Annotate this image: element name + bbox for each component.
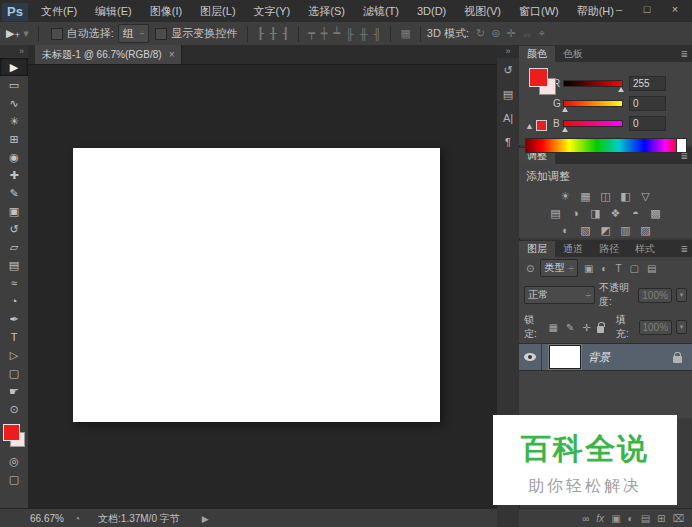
close-button[interactable]: ×	[662, 2, 688, 17]
distribute-bottom-icon[interactable]: ╢	[371, 28, 385, 40]
auto-select-checkbox[interactable]	[51, 28, 63, 40]
paragraph-panel-icon[interactable]: ¶	[497, 130, 519, 154]
lasso-tool[interactable]: ∿	[0, 94, 28, 112]
clone-stamp-tool[interactable]: ▣	[0, 202, 28, 220]
vibrance-icon[interactable]: ▽	[638, 189, 654, 203]
menu-window[interactable]: 窗口(W)	[510, 0, 568, 22]
menu-select[interactable]: 选择(S)	[299, 0, 354, 22]
delete-layer-icon[interactable]: ⌧	[672, 513, 684, 524]
fill-arrow-icon[interactable]: ▾	[676, 320, 687, 334]
quick-selection-tool[interactable]: ✳	[0, 112, 28, 130]
toolbar-collapse-icon[interactable]: »	[0, 45, 28, 58]
foreground-color-swatch[interactable]	[3, 424, 20, 441]
tab-color[interactable]: 颜色	[519, 46, 555, 62]
panel-foreground-swatch[interactable]	[529, 68, 548, 87]
red-slider[interactable]	[563, 80, 623, 87]
levels-icon[interactable]: ▦	[578, 189, 594, 203]
channel-mixer-icon[interactable]: ◓	[628, 206, 644, 220]
brush-tool[interactable]: ✎	[0, 184, 28, 202]
lock-position-icon[interactable]: ✛	[580, 322, 592, 333]
gradient-map-icon[interactable]: ▨	[638, 223, 654, 237]
filter-type-icon[interactable]: T	[613, 263, 623, 274]
align-left-icon[interactable]: ┯	[305, 27, 318, 40]
dodge-tool[interactable]: ◔	[0, 292, 28, 310]
black-white-icon[interactable]: ◨	[588, 206, 604, 220]
color-lookup-icon[interactable]: ▩	[648, 206, 664, 220]
menu-type[interactable]: 文字(Y)	[245, 0, 300, 22]
layer-style-icon[interactable]: fx	[596, 513, 604, 524]
pen-tool[interactable]: ✒	[0, 310, 28, 328]
menu-image[interactable]: 图像(I)	[141, 0, 191, 22]
properties-panel-icon[interactable]: ▤	[497, 82, 519, 106]
align-right-icon[interactable]: ┷	[330, 27, 343, 40]
hue-saturation-icon[interactable]: ▤	[548, 206, 564, 220]
auto-align-icon[interactable]: ▦	[397, 27, 413, 40]
brightness-contrast-icon[interactable]: ☀	[558, 189, 574, 203]
panel-menu-icon[interactable]: ≣	[680, 46, 688, 62]
tool-preset-icon[interactable]: ▶₊	[6, 27, 20, 40]
filter-adjustment-icon[interactable]: ◐	[599, 263, 609, 274]
distribute-vcenter-icon[interactable]: ╫	[357, 28, 371, 40]
filter-pixel-icon[interactable]: ▣	[582, 263, 595, 274]
3d-scale-icon[interactable]: ⌖	[536, 27, 548, 40]
minimize-button[interactable]: –	[606, 2, 632, 17]
align-top-icon[interactable]: ┠	[254, 27, 267, 40]
menu-layer[interactable]: 图层(L)	[191, 0, 244, 22]
tab-close-icon[interactable]: ×	[169, 49, 175, 60]
hand-tool[interactable]: ☛	[0, 382, 28, 400]
align-hcenter-icon[interactable]: ┿	[318, 27, 331, 40]
layer-visibility-toggle[interactable]	[519, 344, 542, 370]
3d-drag-icon[interactable]: ✛	[503, 27, 518, 40]
zoom-level-field[interactable]: 66.67%	[30, 513, 74, 524]
blend-mode-dropdown[interactable]: 正常 ÷	[524, 286, 595, 304]
character-panel-icon[interactable]: A|	[497, 106, 519, 130]
align-bottom-icon[interactable]: ┨	[280, 27, 293, 40]
link-layers-icon[interactable]: ∞	[582, 513, 589, 524]
path-selection-tool[interactable]: ▷	[0, 346, 28, 364]
filter-type-dropdown[interactable]: 类型 ÷	[540, 259, 578, 277]
eraser-tool[interactable]: ▱	[0, 238, 28, 256]
color-spectrum-bar[interactable]	[525, 138, 687, 153]
document-tab[interactable]: 未标题-1 @ 66.7%(RGB/8) ×	[35, 45, 182, 64]
3d-roll-icon[interactable]: ⊚	[488, 27, 503, 40]
lock-transparent-icon[interactable]: ▦	[546, 322, 559, 333]
blue-slider[interactable]	[563, 120, 623, 127]
curves-icon[interactable]: ◫	[598, 189, 614, 203]
align-vcenter-icon[interactable]: ╂	[267, 27, 280, 40]
invert-icon[interactable]: ◐	[558, 223, 574, 237]
blue-value[interactable]: 0	[629, 116, 666, 131]
opacity-field[interactable]: 100%	[638, 288, 672, 303]
canvas[interactable]	[73, 148, 440, 422]
new-group-icon[interactable]: ▤	[641, 513, 650, 524]
filter-smart-icon[interactable]: ▤	[645, 263, 658, 274]
menu-edit[interactable]: 编辑(E)	[86, 0, 141, 22]
tab-styles[interactable]: 样式	[627, 241, 663, 257]
3d-rotate-icon[interactable]: ↻	[473, 27, 488, 40]
filter-shape-icon[interactable]: ▢	[628, 263, 641, 274]
gamut-color-chip[interactable]	[536, 120, 547, 131]
menu-filter[interactable]: 滤镜(T)	[354, 0, 408, 22]
distribute-top-icon[interactable]: ╟	[343, 28, 357, 40]
layer-name[interactable]: 背景	[588, 350, 673, 365]
menu-3d[interactable]: 3D(D)	[408, 0, 455, 22]
lock-pixels-icon[interactable]: ✎	[564, 322, 576, 333]
green-value[interactable]: 0	[629, 96, 666, 111]
layer-row-background[interactable]: 背景	[519, 343, 692, 371]
screen-mode-button[interactable]: ▢	[0, 470, 28, 488]
show-transform-checkbox[interactable]	[155, 28, 167, 40]
type-tool[interactable]: T	[0, 328, 28, 346]
new-layer-icon[interactable]: ⊞	[657, 513, 665, 524]
color-balance-icon[interactable]: ◑	[568, 206, 584, 220]
tab-channels[interactable]: 通道	[555, 241, 591, 257]
opacity-arrow-icon[interactable]: ▾	[676, 288, 687, 302]
tab-swatches[interactable]: 色板	[555, 46, 591, 62]
menu-view[interactable]: 视图(V)	[455, 0, 510, 22]
red-value[interactable]: 255	[629, 76, 666, 91]
move-tool[interactable]: ▶	[0, 58, 28, 76]
3d-slide-icon[interactable]: ⇔	[519, 28, 536, 40]
fill-field[interactable]: 100%	[639, 320, 673, 335]
marquee-tool[interactable]: ▭	[0, 76, 28, 94]
dock-collapse-icon[interactable]: »	[497, 45, 519, 58]
tab-layers[interactable]: 图层	[519, 241, 555, 257]
status-options-arrow-icon[interactable]: ▶	[202, 514, 209, 524]
